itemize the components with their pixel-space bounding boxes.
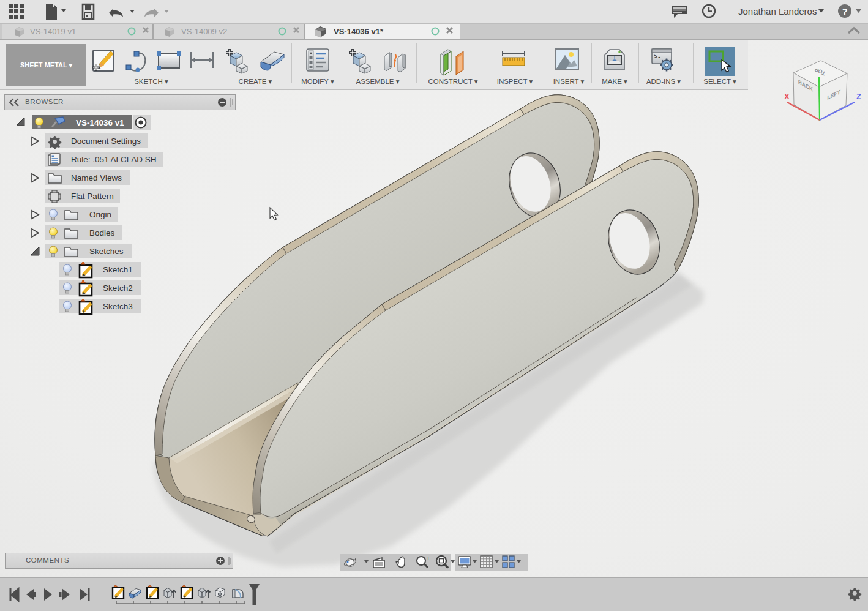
svg-text:Sketch1: Sketch1 xyxy=(103,265,133,274)
svg-text:Named Views: Named Views xyxy=(71,173,122,182)
svg-text:Rule: .051 ALCLAD SH: Rule: .051 ALCLAD SH xyxy=(71,155,157,164)
svg-text:Z: Z xyxy=(856,92,861,101)
svg-text:?: ? xyxy=(842,6,847,17)
svg-text:Document Settings: Document Settings xyxy=(71,137,141,146)
svg-text:Sketch2: Sketch2 xyxy=(103,283,133,293)
svg-text:Bodies: Bodies xyxy=(89,228,115,238)
svg-text:VS-14036 v1: VS-14036 v1 xyxy=(76,118,124,127)
svg-text:X: X xyxy=(784,92,790,101)
svg-text:±: ± xyxy=(427,555,430,561)
svg-text:>-: >- xyxy=(654,54,661,61)
svg-text:Sketch3: Sketch3 xyxy=(103,302,133,311)
svg-text:Origin: Origin xyxy=(89,210,111,219)
svg-text:Flat Pattern: Flat Pattern xyxy=(71,192,114,201)
svg-text:Sketches: Sketches xyxy=(89,247,124,256)
svg-text:Jonathan Landeros: Jonathan Landeros xyxy=(738,6,817,17)
